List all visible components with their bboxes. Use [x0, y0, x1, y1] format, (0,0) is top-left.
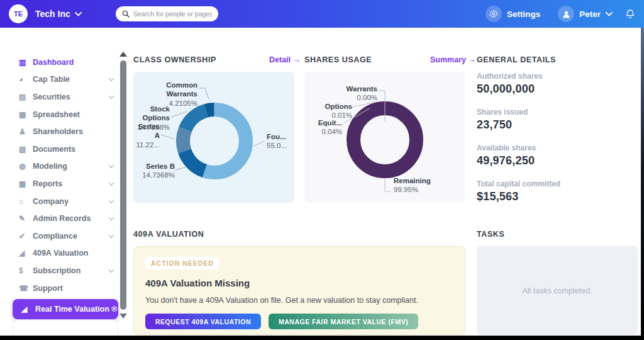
scrollbar-thumb[interactable]: [120, 60, 126, 310]
sidebar-item-subscription[interactable]: $Subscription: [0, 262, 118, 280]
class-ownership-chart-card: Common Warrants 4.2105% Stock Options 14…: [133, 72, 294, 203]
class-ownership-detail-link[interactable]: Detail →: [269, 55, 301, 64]
label-name: Remaining: [394, 176, 447, 185]
user-avatar-icon: [558, 6, 574, 22]
sidebar-scrollbar[interactable]: [118, 52, 128, 324]
chevron-down-icon: [109, 267, 114, 272]
bell-icon: [625, 9, 635, 20]
sidebar-item-label: Dashboard: [33, 58, 74, 67]
sidebar-item-compliance[interactable]: ✔Compliance: [0, 227, 118, 245]
donut-label-common-warrants: Common Warrants 4.2105%: [143, 81, 197, 108]
valuation-409a-card: ACTION NEEDED 409A Valuation Missing You…: [133, 246, 465, 335]
stat-label: Authorized shares: [477, 72, 638, 81]
sidebar-item-label: Spreadsheet: [33, 110, 80, 119]
sidebar-item-reports[interactable]: ▩Reports: [0, 175, 118, 193]
stat-value: 50,000,000: [477, 82, 638, 96]
screen-bottom-edge: [0, 336, 644, 340]
stat-value: $15,563: [477, 190, 638, 203]
sidebar-item-label: Compliance: [33, 232, 77, 241]
compliance-icon: ✔: [19, 232, 33, 241]
action-needed-badge: ACTION NEEDED: [145, 257, 219, 269]
global-search[interactable]: [116, 6, 218, 21]
sidebar-item-409a-valuation[interactable]: ◢409A Valuation: [0, 245, 118, 263]
chevron-down-icon: [75, 12, 82, 16]
sidebar-item-support[interactable]: ☎Support: [0, 280, 118, 297]
sidebar-item-dashboard[interactable]: ▥Dashboard: [0, 54, 118, 71]
chevron-down-icon: [109, 181, 114, 186]
app-window: TE Tech Inc Settings: [0, 0, 644, 340]
class-ownership-title: CLASS OWNERSHIP: [133, 55, 216, 64]
scroll-down-arrow-icon[interactable]: [119, 314, 127, 319]
chevron-down-icon: [109, 94, 114, 99]
search-icon: [122, 10, 130, 18]
stat-total-capital-committed: Total capital committed$15,563: [477, 179, 638, 203]
stat-value: 23,750: [477, 118, 638, 132]
top-bar: TE Tech Inc Settings: [0, 0, 644, 28]
reports-icon: ▩: [19, 179, 33, 188]
donut-label-founders: Fou... 55.0...: [267, 132, 294, 150]
label-name: Series A: [133, 122, 160, 140]
sidebar-item-label: Shareholders: [33, 127, 83, 136]
company-avatar[interactable]: TE: [9, 4, 28, 23]
valuation-missing-body: You don't have a 409A Valuation on file.…: [145, 296, 453, 305]
manage-fmv-button[interactable]: MANAGE FAIR MARKET VALUE (FMV): [269, 314, 418, 329]
notifications-button[interactable]: [625, 9, 635, 20]
detail-link-label: Detail: [269, 55, 291, 64]
sidebar-nav: ▥Dashboard◕Cap Table▤Securities▦Spreadsh…: [0, 54, 118, 319]
shares-usage-chart-card: Warrants 0.00% Options 0.01% Equit... 0.…: [304, 72, 465, 203]
settings-label: Settings: [507, 9, 540, 19]
top-right-controls: Settings Peter: [486, 6, 635, 22]
subscription-icon: $: [19, 266, 33, 275]
sidebar-item-label: Support: [33, 284, 63, 293]
real-time-valuation-icon: ◢: [21, 305, 35, 314]
sidebar-item-securities[interactable]: ▤Securities: [0, 88, 118, 106]
chevron-down-icon: [109, 232, 114, 237]
stat-available-shares: Available shares49,976,250: [477, 144, 638, 167]
chevron-down-icon: [109, 163, 114, 168]
shares-usage-summary-link[interactable]: Summary →: [430, 55, 476, 64]
sidebar-item-company[interactable]: ⌂Company: [0, 193, 118, 210]
gear-icon: [486, 6, 502, 22]
sidebar: ▥Dashboard◕Cap Table▤Securities▦Spreadsh…: [0, 28, 118, 336]
dashboard-main: CLASS OWNERSHIP Detail → SHARES USAGE Su…: [133, 28, 644, 340]
sidebar-item-label: Cap Table: [33, 75, 70, 84]
scroll-up-arrow-icon[interactable]: [119, 52, 127, 57]
screen-right-edge: [641, 28, 644, 340]
donut-label-warrants: Warrants 0.00%: [322, 84, 377, 103]
sidebar-item-label: Company: [33, 197, 69, 206]
stat-label: Available shares: [477, 144, 638, 152]
dashboard-icon: ▥: [19, 58, 33, 67]
sidebar-item-label: Securities: [33, 93, 70, 101]
user-menu[interactable]: Peter: [558, 6, 613, 22]
label-name: Common Warrants: [143, 81, 197, 99]
tasks-card: All tasks completed.: [477, 246, 638, 335]
settings-button[interactable]: Settings: [486, 6, 540, 22]
sidebar-item-cap-table[interactable]: ◕Cap Table: [0, 71, 118, 89]
securities-icon: ▤: [19, 93, 33, 101]
label-value: 0.00%: [322, 93, 377, 102]
support-icon: ☎: [19, 284, 33, 293]
sidebar-next-item-partial: [13, 320, 118, 336]
sidebar-item-shareholders[interactable]: ♟Shareholders: [0, 123, 118, 140]
company-icon: ⌂: [19, 197, 33, 206]
sidebar-item-label: 409A Valuation: [33, 249, 88, 258]
label-value: 11.22...: [133, 140, 160, 149]
sidebar-item-spreadsheet[interactable]: ▦Spreadsheet: [0, 106, 118, 123]
sidebar-item-admin-records[interactable]: ✎Admin Records: [0, 210, 118, 227]
sidebar-item-documents[interactable]: ▧Documents: [0, 140, 118, 158]
sidebar-item-real-time-valuation[interactable]: ◢Real Time Valuation ®: [13, 299, 118, 319]
sidebar-item-modeling[interactable]: ◍Modeling: [0, 158, 118, 176]
label-name: Fou...: [267, 132, 294, 141]
shareholders-icon: ♟: [19, 127, 33, 136]
donut-label-series-b: Series B 14.7368%: [136, 162, 175, 180]
donut-label-equity: Equit... 0.04%: [306, 118, 342, 137]
company-switcher[interactable]: Tech Inc: [35, 9, 82, 19]
tasks-empty-text: All tasks completed.: [522, 286, 592, 295]
company-name: Tech Inc: [35, 9, 70, 19]
modeling-icon: ◍: [19, 162, 33, 171]
stat-label: Total capital committed: [477, 179, 638, 188]
label-name: Equit...: [306, 118, 342, 127]
search-input[interactable]: [133, 10, 212, 18]
request-409a-valuation-button[interactable]: REQUEST 409A VALUATION: [145, 314, 261, 329]
chevron-down-icon: [109, 198, 114, 203]
